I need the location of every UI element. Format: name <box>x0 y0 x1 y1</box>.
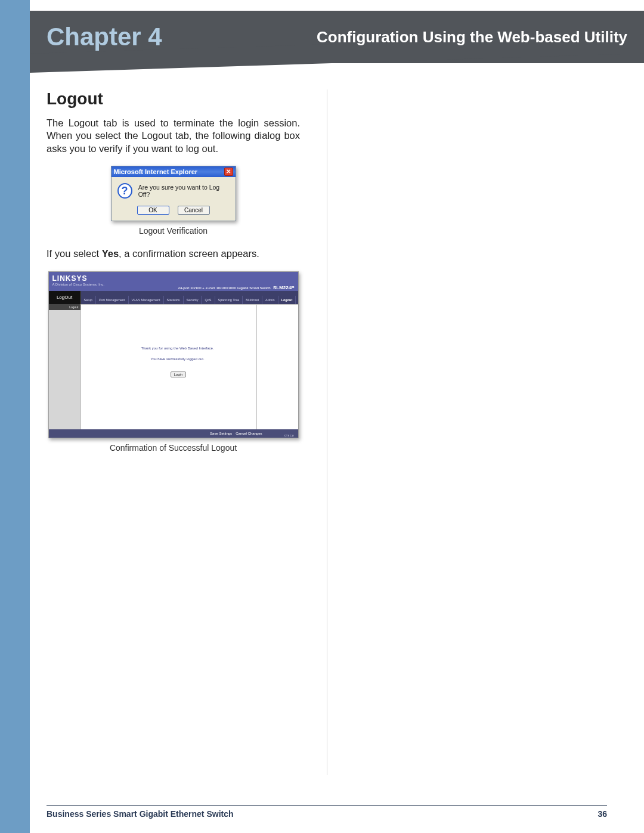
intro-paragraph: The Logout tab is used to terminate the … <box>47 117 300 155</box>
logout-dialog-figure: Microsoft Internet Explorer ✕ ? Are you … <box>47 166 300 236</box>
linksys-logo: LINKSYS <box>52 274 88 283</box>
tab-spanning-tree[interactable]: Spanning Tree <box>215 296 243 304</box>
dialog-message: Are you sure you want to Log Off? <box>138 184 230 198</box>
linksys-right-column <box>256 305 298 429</box>
section-heading-logout: Logout <box>47 89 300 109</box>
dialog-titlebar: Microsoft Internet Explorer ✕ <box>112 166 236 177</box>
chapter-number: Chapter 4 <box>47 23 162 51</box>
linksys-screenshot: LINKSYS A Division of Cisco Systems, Inc… <box>48 271 299 438</box>
tab-setup[interactable]: Setup <box>81 296 96 304</box>
chapter-subtitle: Configuration Using the Web-based Utilit… <box>317 28 627 47</box>
linksys-sidebar-header: Logout <box>49 304 80 310</box>
tab-multicast[interactable]: Multicast <box>243 296 262 304</box>
tab-port-mgmt[interactable]: Port Management <box>96 296 129 304</box>
cancel-changes-button[interactable]: Cancel Changes <box>236 432 262 435</box>
dialog-buttons: OK Cancel <box>112 202 236 221</box>
linksys-sidebar: Logout <box>49 304 81 429</box>
linksys-header: LINKSYS A Division of Cisco Systems, Inc… <box>49 272 298 299</box>
close-icon[interactable]: ✕ <box>224 168 233 176</box>
linksys-thankyou-msg: Thank you for using the Web Based Interf… <box>105 346 250 350</box>
linksys-active-tab-logout[interactable]: LogOut <box>49 291 81 304</box>
confirmation-figure: LINKSYS A Division of Cisco Systems, Inc… <box>47 271 300 453</box>
after-dialog-post: , a confirmation screen appears. <box>119 248 259 259</box>
left-margin-strip <box>0 0 30 833</box>
ie-dialog: Microsoft Internet Explorer ✕ ? Are you … <box>111 166 236 221</box>
dialog-caption: Logout Verification <box>47 226 300 236</box>
tab-security[interactable]: Security <box>184 296 202 304</box>
page-number: 36 <box>597 809 607 819</box>
question-icon: ? <box>117 183 132 199</box>
linksys-content: Thank you for using the Web Based Interf… <box>81 304 298 429</box>
login-button[interactable]: Login <box>171 371 187 377</box>
tab-qos[interactable]: QoS <box>202 296 215 304</box>
tab-logout[interactable]: Logout <box>278 296 296 304</box>
column-divider <box>327 89 327 775</box>
left-column: Logout The Logout tab is used to termina… <box>47 89 318 465</box>
linksys-model: SLM224P <box>273 285 295 290</box>
cisco-logo: cisco <box>284 433 294 437</box>
linksys-footer: Save Settings Cancel Changes cisco <box>49 429 298 438</box>
page-footer: Business Series Smart Gigabit Ethernet S… <box>47 805 607 819</box>
dialog-title: Microsoft Internet Explorer <box>114 168 198 175</box>
chapter-header: Chapter 4 Configuration Using the Web-ba… <box>30 11 644 63</box>
linksys-sublogo: A Division of Cisco Systems, Inc. <box>52 283 104 286</box>
save-settings-button[interactable]: Save Settings <box>210 432 232 435</box>
tab-vlan-mgmt[interactable]: VLAN Management <box>129 296 164 304</box>
footer-title: Business Series Smart Gigabit Ethernet S… <box>47 809 234 819</box>
confirmation-caption: Confirmation of Successful Logout <box>47 443 300 453</box>
cancel-button[interactable]: Cancel <box>178 206 210 215</box>
after-dialog-paragraph: If you select Yes, a confirmation screen… <box>47 247 300 260</box>
linksys-loggedout-msg: You have successfully logged out. <box>105 357 250 361</box>
linksys-product: 24-port 10/100 + 2-Port 10/100/1000 Giga… <box>178 286 271 290</box>
after-dialog-pre: If you select <box>47 248 102 259</box>
after-dialog-bold: Yes <box>102 248 119 259</box>
dialog-body: ? Are you sure you want to Log Off? <box>112 177 236 202</box>
linksys-tabbar: LogOut Setup Port Management VLAN Manage… <box>49 291 298 304</box>
ok-button[interactable]: OK <box>137 206 169 215</box>
page-body: Logout The Logout tab is used to termina… <box>47 89 619 793</box>
tab-statistics[interactable]: Statistics <box>164 296 184 304</box>
linksys-main: Logout Thank you for using the Web Based… <box>49 304 298 429</box>
tab-admin[interactable]: Admin <box>262 296 278 304</box>
